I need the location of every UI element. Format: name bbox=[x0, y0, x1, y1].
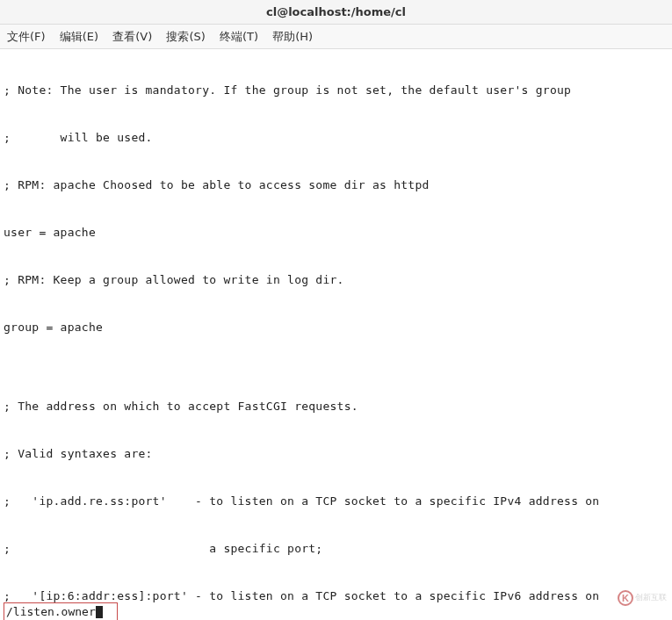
menu-bar: 文件(F) 编辑(E) 查看(V) 搜索(S) 终端(T) 帮助(H) bbox=[0, 25, 672, 49]
terminal-line: user = apache bbox=[4, 225, 668, 241]
terminal-line: group = apache bbox=[4, 320, 668, 335]
terminal-line: ; RPM: apache Choosed to be able to acce… bbox=[4, 177, 668, 193]
menu-search[interactable]: 搜索(S) bbox=[166, 25, 205, 49]
terminal-line: ; 'ip.add.re.ss:port' - to listen on a T… bbox=[4, 494, 668, 509]
vim-search-bar[interactable]: /listen.owner bbox=[0, 602, 672, 620]
menu-view[interactable]: 查看(V) bbox=[112, 25, 152, 49]
terminal-line: ; Note: The user is mandatory. If the gr… bbox=[4, 83, 668, 98]
terminal-line: ; RPM: Keep a group allowed to write in … bbox=[4, 272, 668, 288]
terminal-line: ; a specific port; bbox=[4, 541, 668, 557]
terminal-line: ; will be used. bbox=[4, 130, 668, 146]
terminal-line: ; The address on which to accept FastCGI… bbox=[4, 399, 668, 415]
terminal-line: ; Valid syntaxes are: bbox=[4, 446, 668, 462]
watermark-brand: 创新互联 bbox=[635, 593, 667, 602]
menu-file[interactable]: 文件(F) bbox=[7, 25, 46, 49]
menu-help[interactable]: 帮助(H) bbox=[272, 25, 313, 49]
window-title: cl@localhost:/home/cl bbox=[266, 5, 406, 18]
text-cursor-icon bbox=[96, 606, 103, 618]
terminal-output[interactable]: ; Note: The user is mandatory. If the gr… bbox=[0, 49, 672, 620]
window-title-bar: cl@localhost:/home/cl bbox=[0, 0, 672, 25]
menu-edit[interactable]: 编辑(E) bbox=[60, 25, 98, 49]
vim-search-input[interactable]: /listen.owner bbox=[4, 602, 118, 620]
vim-search-text: /listen.owner bbox=[6, 605, 96, 618]
menu-terminal[interactable]: 终端(T) bbox=[220, 25, 258, 49]
watermark-logo-icon: K bbox=[618, 590, 633, 606]
watermark: K创新互联 bbox=[605, 590, 667, 615]
